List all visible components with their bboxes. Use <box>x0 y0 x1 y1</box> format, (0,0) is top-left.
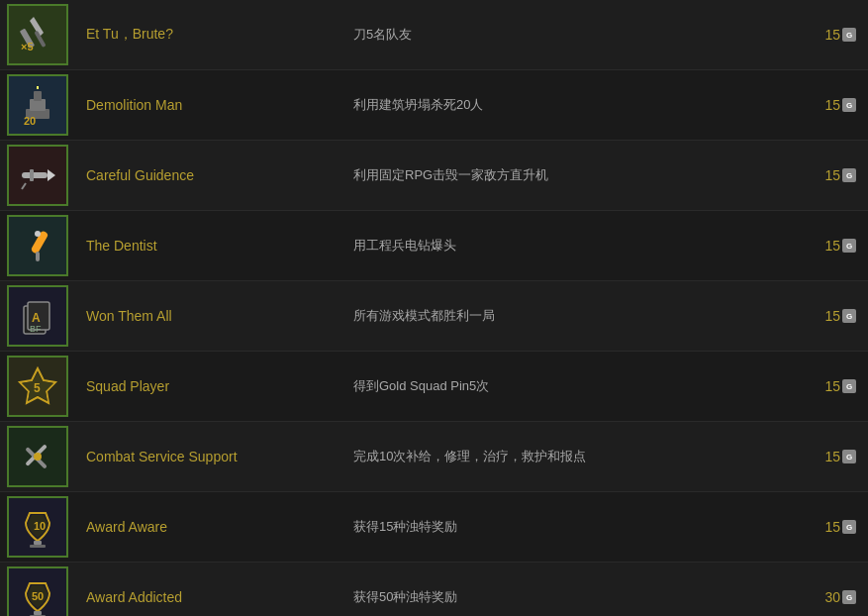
tools-icon <box>7 426 68 487</box>
points-value: 15 <box>824 27 840 43</box>
achievement-row: ×5 Et Tu，Brute? 刀5名队友 15 G <box>0 0 868 70</box>
svg-point-25 <box>34 453 42 461</box>
svg-rect-9 <box>22 172 48 178</box>
points-icon: G <box>842 379 856 393</box>
achievement-row: The Dentist 用工程兵电钻爆头 15 G <box>0 211 868 281</box>
points-icon: G <box>842 590 856 604</box>
svg-text:10: 10 <box>34 520 46 532</box>
points-value: 15 <box>824 308 840 324</box>
svg-rect-30 <box>34 611 42 615</box>
points-icon: G <box>842 28 856 42</box>
svg-rect-27 <box>34 541 42 545</box>
svg-rect-11 <box>30 169 34 181</box>
achievement-description: 利用固定RPG击毁一家敌方直升机 <box>341 158 789 192</box>
achievement-row: 20 Demolition Man 利用建筑坍塌杀死20人 15 G <box>0 70 868 141</box>
achievement-points: 15 G <box>789 89 868 121</box>
svg-marker-10 <box>48 169 55 181</box>
achievement-points: 15 G <box>789 19 868 51</box>
achievement-name: Award Addicted <box>74 581 341 613</box>
achievement-name: Won Them All <box>74 300 341 332</box>
trophy50-icon: 50 <box>7 566 68 616</box>
achievement-description: 利用建筑坍塌杀死20人 <box>341 88 789 122</box>
icon-cell: 50 <box>0 563 74 616</box>
rpg-icon <box>7 145 68 206</box>
achievement-description: 所有游戏模式都胜利一局 <box>341 299 789 333</box>
achievement-points: 15 G <box>789 300 868 332</box>
achievement-description: 得到Gold Squad Pin5次 <box>341 369 789 403</box>
icon-cell <box>0 211 74 280</box>
cards-icon: A BF <box>7 285 68 347</box>
trophy10-icon: 10 <box>7 496 68 558</box>
points-value: 15 <box>824 238 840 254</box>
achievement-points: 15 G <box>789 159 868 191</box>
svg-text:50: 50 <box>32 590 44 602</box>
achievement-points: 30 G <box>789 581 868 613</box>
achievement-name: Careful Guidence <box>74 159 341 191</box>
achievement-points: 15 G <box>789 370 868 402</box>
icon-cell: 20 <box>0 70 74 140</box>
demolition-icon: 20 <box>7 74 68 136</box>
knife-icon: ×5 <box>7 4 68 65</box>
achievement-description: 获得15种浊特奖励 <box>341 510 789 544</box>
svg-text:5: 5 <box>34 381 41 395</box>
achievement-description: 用工程兵电钻爆头 <box>341 229 789 262</box>
svg-rect-28 <box>30 545 46 548</box>
achievement-name: Demolition Man <box>74 89 341 121</box>
points-icon: G <box>842 168 856 182</box>
achievement-row: 5 Squad Player 得到Gold Squad Pin5次 15 G <box>0 352 868 422</box>
achievement-row: A BF Won Them All 所有游戏模式都胜利一局 15 G <box>0 281 868 352</box>
icon-cell <box>0 141 74 210</box>
icon-cell: A BF <box>0 281 74 351</box>
svg-text:×5: ×5 <box>21 41 34 52</box>
achievement-name: Squad Player <box>74 370 341 402</box>
icon-cell: 10 <box>0 492 74 562</box>
svg-rect-14 <box>36 252 40 261</box>
svg-line-12 <box>22 183 26 189</box>
drill-icon <box>7 215 68 276</box>
achievement-row: Combat Service Support 完成10次补给，修理，治疗，救护和… <box>0 422 868 492</box>
achievement-points: 15 G <box>789 441 868 472</box>
icon-cell: ×5 <box>0 0 74 69</box>
squad-icon: 5 <box>7 356 68 417</box>
points-value: 15 <box>824 97 840 113</box>
svg-text:A: A <box>32 311 41 325</box>
svg-text:20: 20 <box>24 115 36 127</box>
achievement-name: Et Tu，Brute? <box>74 18 341 51</box>
achievement-row: 50 Award Addicted 获得50种浊特奖励 30 G <box>0 563 868 616</box>
achievement-name: The Dentist <box>74 230 341 261</box>
achievement-description: 完成10次补给，修理，治疗，救护和报点 <box>341 440 789 473</box>
points-value: 15 <box>824 167 840 183</box>
achievement-name: Combat Service Support <box>74 441 341 472</box>
achievement-row: Careful Guidence 利用固定RPG击毁一家敌方直升机 15 G <box>0 141 868 211</box>
achievement-points: 15 G <box>789 230 868 261</box>
icon-cell: 5 <box>0 352 74 421</box>
svg-rect-6 <box>34 91 42 101</box>
svg-point-15 <box>35 231 41 237</box>
achievement-description: 获得50种浊特奖励 <box>341 580 789 614</box>
points-value: 30 <box>824 589 840 605</box>
svg-text:BF: BF <box>30 324 42 334</box>
points-icon: G <box>842 239 856 253</box>
achievement-row: 10 Award Aware 获得15种浊特奖励 15 G <box>0 492 868 563</box>
points-icon: G <box>842 98 856 112</box>
points-value: 15 <box>824 519 840 535</box>
points-icon: G <box>842 520 856 534</box>
points-value: 15 <box>824 378 840 394</box>
points-icon: G <box>842 309 856 323</box>
achievement-description: 刀5名队友 <box>341 18 789 51</box>
icon-cell <box>0 422 74 491</box>
points-value: 15 <box>824 449 840 464</box>
points-icon: G <box>842 450 856 463</box>
achievement-name: Award Aware <box>74 511 341 543</box>
achievement-points: 15 G <box>789 511 868 543</box>
